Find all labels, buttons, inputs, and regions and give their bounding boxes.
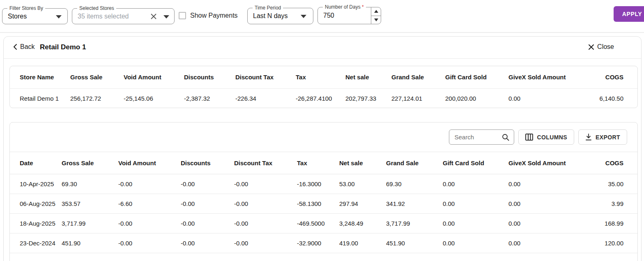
number-of-days-field[interactable]: Number of Days * xyxy=(317,7,381,24)
column-header-discount-tax[interactable]: Discount Tax xyxy=(234,152,297,174)
column-header-date[interactable]: Date xyxy=(10,152,62,174)
column-header-givex-sold-amount: GiveX Sold Amount xyxy=(508,66,578,88)
stepper-down-icon[interactable] xyxy=(371,16,381,24)
filter-bar: Filter Stores By Stores Selected Stores … xyxy=(0,0,644,32)
column-header-gross-sale[interactable]: Gross Sale xyxy=(62,152,118,174)
export-download-icon xyxy=(585,134,592,141)
cell-discount-tax: -0.00 xyxy=(234,194,297,214)
column-header-givex-sold-amount[interactable]: GiveX Sold Amount xyxy=(508,152,581,174)
cell-tax: -469.5000 xyxy=(297,214,339,233)
chevron-down-icon[interactable] xyxy=(301,15,306,18)
daily-sales-section: COLUMNS EXPORT DateGross SaleVoid Amount… xyxy=(9,122,638,261)
column-header-void-amount: Void Amount xyxy=(124,66,184,88)
summary-header-row: Store NameGross SaleVoid AmountDiscounts… xyxy=(10,66,638,88)
cell-givex-sold-amount: 0.00 xyxy=(508,88,578,108)
column-header-grand-sale[interactable]: Grand Sale xyxy=(386,152,443,174)
apply-button[interactable]: APPLY xyxy=(614,6,644,22)
cell-discount-tax: -0.00 xyxy=(234,253,297,261)
cell-givex-sold-amount: 0.00 xyxy=(508,214,581,233)
close-icon xyxy=(588,44,594,50)
cell-grand-sale: 3,717.99 xyxy=(386,214,443,233)
cell-void-amount: -0.00 xyxy=(118,174,181,194)
summary-row: Retail Demo 1256,172.72-25,145.06-2,387.… xyxy=(10,88,638,108)
panel-header: Back Retail Demo 1 Close xyxy=(4,37,641,59)
cell-date: 18-Aug-2025 xyxy=(10,214,62,233)
column-header-gift-card-sold[interactable]: Gift Card Sold xyxy=(443,152,508,174)
cell-grand-sale: 69.30 xyxy=(386,174,443,194)
column-header-gift-card-sold: Gift Card Sold xyxy=(445,66,508,88)
stepper-up-icon[interactable] xyxy=(371,7,381,16)
cell-discount-tax: -226.34 xyxy=(235,88,296,108)
cell-discounts: -0.00 xyxy=(181,253,234,261)
time-period-select[interactable]: Time Period Last N days xyxy=(247,8,313,24)
cell-givex-sold-amount: 0.00 xyxy=(508,253,581,261)
cell-gross-sale: 69.30 xyxy=(62,174,118,194)
cell-void-amount: -0.00 xyxy=(118,214,181,233)
column-header-cogs[interactable]: COGS xyxy=(581,152,638,174)
cell-gross-sale: 451.90 xyxy=(62,233,118,253)
cell-discount-tax: -0.00 xyxy=(234,214,297,233)
topbar-divider xyxy=(0,32,644,33)
cell-discount-tax: -0.00 xyxy=(234,174,297,194)
cell-discounts: -0.00 xyxy=(181,214,234,233)
table-row[interactable]: 23-Dec-2024451.90-0.00-0.00-0.00-32.9000… xyxy=(10,233,638,253)
selected-stores-value: 35 items selected xyxy=(78,13,129,20)
back-label: Back xyxy=(20,43,35,51)
close-button[interactable]: Close xyxy=(588,43,614,51)
number-stepper xyxy=(371,7,381,24)
column-header-net-sale[interactable]: Net sale xyxy=(339,152,386,174)
cell-discounts: -0.00 xyxy=(181,194,234,214)
cell-gift-card-sold: 0.00 xyxy=(443,253,508,261)
column-header-gross-sale: Gross Sale xyxy=(70,66,124,88)
detail-header-row: DateGross SaleVoid AmountDiscountsDiscou… xyxy=(10,152,638,174)
number-of-days-input[interactable] xyxy=(323,12,356,19)
table-row[interactable]: 26-Jun-20244,027.92-2,268.06-0.00-0.00-2… xyxy=(10,253,638,261)
show-payments-checkbox[interactable] xyxy=(179,12,186,19)
cell-date: 23-Dec-2024 xyxy=(10,233,62,253)
cell-discounts: -0.00 xyxy=(181,174,234,194)
column-header-discounts: Discounts xyxy=(184,66,235,88)
export-button[interactable]: EXPORT xyxy=(578,129,627,145)
columns-label: COLUMNS xyxy=(537,134,567,141)
show-payments-label: Show Payments xyxy=(190,12,238,19)
cell-void-amount: -6.60 xyxy=(118,194,181,214)
search-box[interactable] xyxy=(449,129,514,145)
table-row[interactable]: 06-Aug-2025353.57-6.60-0.00-0.00-58.1300… xyxy=(10,194,638,214)
cell-net-sale: 3,248.49 xyxy=(339,214,386,233)
column-header-grand-sale: Grand Sale xyxy=(391,66,445,88)
cell-gift-card-sold: 0.00 xyxy=(443,194,508,214)
cell-gross-sale: 256,172.72 xyxy=(70,88,124,108)
table-toolbar: COLUMNS EXPORT xyxy=(10,122,637,152)
cell-store-name: Retail Demo 1 xyxy=(10,88,70,108)
cell-net-sale: 3,100.70 xyxy=(339,253,386,261)
store-detail-panel: Back Retail Demo 1 Close Store NameGross… xyxy=(3,36,642,261)
cell-cogs: 105.00 xyxy=(581,253,638,261)
selected-stores-select[interactable]: Selected Stores 35 items selected xyxy=(72,8,175,24)
cell-void-amount: -25,145.06 xyxy=(124,88,184,108)
cell-cogs: 6,140.50 xyxy=(578,88,638,108)
chevron-left-icon xyxy=(13,44,18,50)
cell-cogs: 120.00 xyxy=(581,233,638,253)
cell-date: 26-Jun-2024 xyxy=(10,253,62,261)
filter-stores-by-select[interactable]: Filter Stores By Stores xyxy=(2,8,68,24)
column-header-discount-tax: Discount Tax xyxy=(235,66,296,88)
cell-grand-sale: 341.92 xyxy=(386,194,443,214)
cell-gift-card-sold: 0.00 xyxy=(443,233,508,253)
columns-button[interactable]: COLUMNS xyxy=(518,129,574,145)
chevron-down-icon[interactable] xyxy=(56,15,62,18)
table-row[interactable]: 10-Apr-202569.30-0.00-0.00-0.00-16.30005… xyxy=(10,174,638,194)
column-header-void-amount[interactable]: Void Amount xyxy=(118,152,181,174)
column-header-net-sale: Net sale xyxy=(345,66,391,88)
chevron-down-icon[interactable] xyxy=(163,15,169,18)
search-input[interactable] xyxy=(454,134,501,141)
cell-gross-sale: 4,027.92 xyxy=(62,253,118,261)
column-header-tax[interactable]: Tax xyxy=(297,152,339,174)
column-header-cogs: COGS xyxy=(578,66,638,88)
clear-selection-icon[interactable] xyxy=(150,13,157,20)
column-header-discounts[interactable]: Discounts xyxy=(181,152,234,174)
search-icon xyxy=(501,133,510,141)
cell-net-sale: 419.00 xyxy=(339,233,386,253)
table-row[interactable]: 18-Aug-20253,717.99-0.00-0.00-0.00-469.5… xyxy=(10,214,638,233)
back-button[interactable]: Back xyxy=(13,43,35,51)
cell-gift-card-sold: 0.00 xyxy=(443,174,508,194)
